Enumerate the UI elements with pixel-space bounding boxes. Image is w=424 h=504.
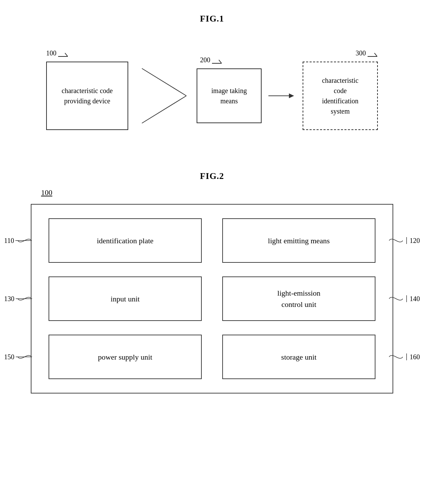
- label-storage-unit: storage unit: [281, 351, 316, 363]
- label-input-unit: input unit: [111, 293, 140, 305]
- fig1-title: FIG.1: [21, 14, 403, 24]
- box-100-label: characteristic codeproviding device: [62, 86, 112, 106]
- label-power-supply-unit: power supply unit: [98, 351, 153, 363]
- label-light-emitting-means: light emitting means: [268, 235, 330, 246]
- fig2-outer-ref: 100: [41, 188, 52, 197]
- label-light-emission-control-unit: light-emissioncontrol unit: [277, 287, 320, 310]
- connector-160: [386, 350, 403, 364]
- box-200-label: image takingmeans: [211, 86, 247, 106]
- ref-100: 100: [46, 49, 68, 57]
- box-characteristic-code-providing-device: characteristic codeproviding device: [46, 62, 128, 130]
- ref-160: 160: [405, 353, 420, 361]
- cell-identification-plate: 110 identification plate: [49, 218, 202, 263]
- svg-line-5: [219, 60, 222, 63]
- page: FIG.1 100 characteristic codeproviding d…: [0, 0, 424, 407]
- box-light-emission-control-unit: light-emissioncontrol unit: [222, 276, 375, 321]
- box-input-unit: input unit: [49, 276, 202, 321]
- cell-input-unit: 130 input unit: [49, 276, 202, 321]
- box-power-supply-unit: power supply unit: [49, 335, 202, 379]
- svg-line-9: [374, 53, 377, 56]
- ref-300: 300: [356, 49, 378, 57]
- ref-120: 120: [405, 237, 420, 245]
- connector-150: [18, 350, 35, 364]
- fig1-diagram: 100 characteristic codeproviding device …: [21, 41, 403, 151]
- box-light-emitting-means: light emitting means: [222, 218, 375, 263]
- cell-power-supply-unit: 150 power supply unit: [49, 335, 202, 379]
- connector-130: [18, 292, 35, 306]
- cell-light-emission-control-unit: light-emissioncontrol unit 140: [222, 276, 375, 321]
- svg-line-3: [142, 96, 186, 123]
- connector-110: [18, 234, 35, 247]
- fig2-outer-box: 110 identification plate light emitting …: [31, 204, 393, 393]
- label-identification-plate: identification plate: [97, 235, 154, 246]
- box-identification-plate: identification plate: [49, 218, 202, 263]
- box-300-label: characteristiccodeidentificationsystem: [322, 75, 359, 116]
- box-characteristic-code-identification-system: characteristiccodeidentificationsystem: [303, 62, 378, 130]
- ref-140: 140: [405, 295, 420, 303]
- cell-light-emitting-means: light emitting means 120: [222, 218, 375, 263]
- fig2-grid: 110 identification plate light emitting …: [49, 218, 375, 379]
- svg-marker-7: [289, 93, 294, 98]
- ref-200: 200: [200, 56, 222, 64]
- svg-line-2: [142, 68, 186, 96]
- connector-140: [386, 292, 403, 306]
- fig2-title: FIG.2: [21, 171, 403, 181]
- box-image-taking-means: image takingmeans: [197, 68, 262, 123]
- cell-storage-unit: storage unit 160: [222, 335, 375, 379]
- connector-120: [386, 234, 403, 247]
- box-storage-unit: storage unit: [222, 335, 375, 379]
- arrow-right: [268, 91, 296, 101]
- svg-line-1: [65, 53, 68, 56]
